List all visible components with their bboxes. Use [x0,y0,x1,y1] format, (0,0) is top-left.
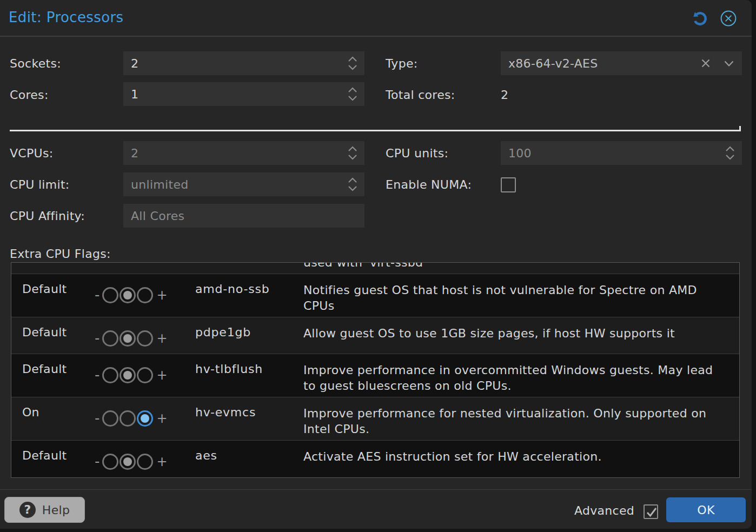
type-field [501,51,742,75]
flag-name: aes [189,441,297,462]
extra-cpu-flags-label: Extra CPU Flags: [10,247,111,261]
help-button-label: Help [42,503,70,517]
advanced-label: Advanced [574,504,634,517]
cores-label: Cores: [10,88,49,102]
dialog-header: Edit: Processors [0,0,752,37]
flag-tristate-slider[interactable]: -+ [86,330,189,347]
cpu-units-spinner[interactable] [725,145,735,161]
slider-dot-on[interactable] [137,330,153,347]
cpu-units-label: CPU units: [386,147,448,161]
slider-minus[interactable]: - [95,330,100,346]
cores-spinner[interactable] [347,86,358,102]
sockets-input[interactable] [123,51,364,75]
cpu-limit-field [123,172,364,196]
flag-tristate-slider[interactable]: -+ [86,287,189,303]
ok-button[interactable]: OK [666,497,746,522]
flag-row-pdpe1gb[interactable]: Default-+pdpe1gbAllow guest OS to use 1G… [11,317,739,354]
slider-dot-on[interactable] [137,367,153,383]
flag-description: Notifies guest OS that host is not vulne… [297,274,739,314]
sockets-spinner[interactable] [347,55,358,71]
clear-icon[interactable] [701,58,711,68]
vcpus-input[interactable] [123,141,364,165]
flag-row-amd-ssbd[interactable]: Default-+amd-ssbdImproves Spectre mitiga… [11,262,739,274]
flag-value: Default [11,274,86,296]
advanced-checkbox[interactable] [644,504,658,519]
flag-name: pdpe1gb [189,317,297,339]
cpu-units-field [501,141,742,165]
total-cores-label: Total cores: [386,88,455,102]
undo-icon[interactable] [692,10,708,26]
slider-dot-off[interactable] [102,454,118,470]
flag-row-hv-tlbflush[interactable]: Default-+hv-tlbflushImprove performance … [11,354,739,397]
slider-minus[interactable]: - [95,367,100,383]
vcpus-field [123,141,364,165]
dialog-title: Edit: Processors [9,9,124,25]
help-button[interactable]: ? Help [4,497,85,523]
section-separator [10,130,741,131]
slider-dot-off[interactable] [102,330,118,347]
slider-plus[interactable]: + [156,367,167,383]
edit-processors-dialog: Edit: Processors Sockets: Cores: VCPUs: … [0,0,752,529]
flag-value: Default [11,441,86,462]
flag-tristate-slider[interactable]: -+ [86,367,189,383]
slider-plus[interactable]: + [156,410,167,427]
flag-row-hv-evmcs[interactable]: On-+hv-evmcsImprove performance for nest… [11,397,739,441]
cpu-limit-label: CPU limit: [10,178,70,192]
slider-plus[interactable]: + [156,287,167,303]
vcpus-label: VCPUs: [10,147,53,161]
flag-tristate-slider[interactable]: -+ [86,410,189,427]
flag-description: Improve performance for nested virtualiz… [297,397,739,437]
cpu-affinity-field [123,204,364,228]
sockets-field [123,51,364,75]
flag-tristate-slider[interactable]: -+ [86,454,189,470]
slider-dot-on[interactable] [137,454,153,470]
slider-dot-off[interactable] [102,367,118,383]
type-label: Type: [386,57,417,71]
footer-separator [0,489,752,490]
flag-description: Improve performance in overcommitted Win… [297,354,739,394]
flag-name: hv-evmcs [189,397,297,419]
cpu-limit-input[interactable] [123,172,364,196]
cpu-limit-spinner[interactable] [347,176,358,192]
sockets-label: Sockets: [10,57,61,71]
slider-dot-default[interactable] [120,330,136,347]
slider-dot-on[interactable] [137,287,153,303]
slider-plus[interactable]: + [156,454,167,470]
chevron-down-icon[interactable] [724,60,734,68]
slider-dot-default[interactable] [120,410,136,427]
flag-row-aes[interactable]: Default-+aesActivate AES instruction set… [11,441,739,477]
slider-minus[interactable]: - [95,287,100,303]
slider-dot-default[interactable] [120,367,136,383]
flag-description: Improves Spectre mitigation performance … [297,262,739,270]
flag-value: Default [11,317,86,339]
check-icon [645,506,659,520]
slider-dot-off[interactable] [102,410,118,427]
vcpus-spinner[interactable] [347,145,358,161]
slider-dot-default[interactable] [120,454,136,470]
flag-description: Activate AES instruction set for HW acce… [297,441,739,464]
cpu-affinity-label: CPU Affinity: [10,209,85,223]
slider-plus[interactable]: + [156,330,167,347]
flag-value: On [11,397,86,419]
slider-minus[interactable]: - [95,453,100,469]
cores-field [123,82,364,106]
flag-description: Allow guest OS to use 1GB size pages, if… [297,317,739,341]
close-icon[interactable] [720,10,737,26]
total-cores-value: 2 [501,88,508,102]
slider-dot-default[interactable] [120,287,136,303]
cores-input[interactable] [123,82,364,106]
cpu-units-input[interactable] [501,141,742,165]
flag-value: Default [11,354,86,376]
slider-minus[interactable]: - [95,410,100,426]
enable-numa-checkbox[interactable] [501,177,516,192]
cpu-flags-grid: Default-+amd-ssbdImproves Spectre mitiga… [11,262,740,478]
enable-numa-label: Enable NUMA: [386,178,472,192]
question-mark-icon: ? [19,502,36,518]
flag-name: amd-no-ssb [189,274,297,296]
slider-dot-on[interactable] [137,410,153,427]
cpu-affinity-input[interactable] [123,204,364,228]
flag-row-amd-no-ssb[interactable]: Default-+amd-no-ssbNotifies guest OS tha… [11,274,739,317]
flag-name: hv-tlbflush [189,354,297,376]
slider-dot-off[interactable] [102,287,118,303]
